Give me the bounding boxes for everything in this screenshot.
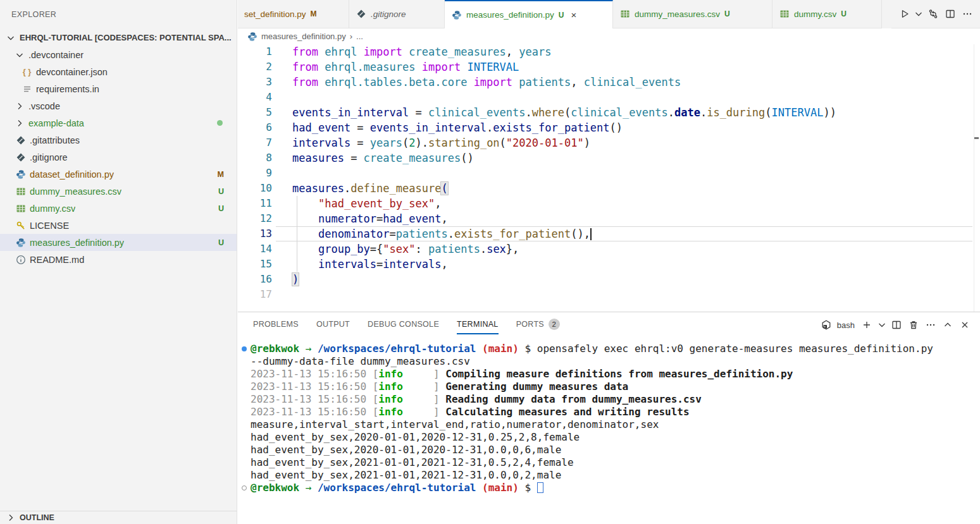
token: ,: [571, 76, 583, 88]
editor-group: set_definition.pyM.gitignoremeasures_def…: [238, 0, 980, 524]
code-line-1[interactable]: 1from ehrql import create_measures, year…: [238, 44, 980, 59]
code-line-9[interactable]: 9: [238, 166, 980, 181]
close-button[interactable]: [957, 317, 972, 332]
panel-tab-terminal[interactable]: TERMINAL: [457, 315, 499, 334]
code-line-4[interactable]: 4: [238, 90, 980, 105]
terminal-text: --dummy-data-file dummy_measures.csv: [251, 355, 470, 368]
run-button[interactable]: [896, 6, 912, 22]
code-line-7[interactable]: 7intervals = years(2).starting_on("2020-…: [238, 135, 980, 150]
scrollbar-marker: [974, 137, 979, 139]
tab-dummy-csv[interactable]: dummy.csvU: [772, 0, 882, 28]
breadcrumb[interactable]: measures_definition.py › ...: [238, 28, 980, 44]
token: had_event: [383, 212, 441, 225]
explorer-title: EXPLORER: [11, 10, 56, 19]
token: "sex": [383, 243, 415, 255]
open-changes-button[interactable]: [925, 6, 941, 22]
terminal-token: /workspaces/ehrql-tutorial: [318, 482, 476, 494]
sidebar-item-license[interactable]: LICENSE: [0, 217, 237, 234]
more-button[interactable]: [923, 317, 938, 332]
token: starting_on: [428, 137, 500, 149]
tab-set-definition-py[interactable]: set_definition.pyM: [238, 0, 349, 28]
sidebar-item-measures-definition-py[interactable]: measures_definition.pyU: [0, 234, 237, 251]
trash-button[interactable]: [906, 317, 921, 332]
terminal-cursor: [537, 482, 543, 493]
terminal-token: measure,interval_start,interval_end,rati…: [251, 418, 659, 430]
code-line-2[interactable]: 2from ehrql.measures import INTERVAL: [238, 59, 980, 75]
code-line-3[interactable]: 3from ehrql.tables.beta.core import pati…: [238, 75, 980, 90]
git-status-badge: U: [218, 204, 224, 213]
python-icon: [451, 9, 462, 20]
outline-section-header[interactable]: OUTLINE: [0, 511, 237, 524]
close-tab-icon[interactable]: ×: [571, 9, 577, 20]
chevron-down-button[interactable]: [914, 6, 924, 22]
token: [318, 46, 325, 58]
code-line-12[interactable]: 12 numerator=had_event,: [238, 211, 980, 226]
sidebar-item--vscode[interactable]: .vscode: [0, 97, 237, 114]
sidebar-item-requirements-in[interactable]: requirements.in: [0, 80, 237, 97]
sidebar-item-devcontainer-json[interactable]: { }devcontainer.json: [0, 63, 237, 80]
line-number: 14: [238, 241, 272, 257]
token: patients: [519, 76, 571, 88]
token: (: [564, 106, 571, 119]
sidebar-item-dataset-definition-py[interactable]: dataset_definition.pyM: [0, 166, 237, 183]
token: INTERVAL: [772, 106, 824, 119]
breadcrumb-file: measures_definition.py: [261, 32, 346, 41]
token: =: [409, 106, 428, 119]
code-line-6[interactable]: 6had_event = events_in_interval.exists_f…: [238, 120, 980, 135]
code-line-15[interactable]: 15 intervals=intervals,: [238, 257, 980, 272]
line-number: 3: [238, 75, 272, 90]
python-icon: [247, 31, 257, 42]
sidebar-item--devcontainer[interactable]: .devcontainer: [0, 46, 237, 63]
tab-measures-definition-py[interactable]: measures_definition.pyU×: [445, 0, 613, 28]
more-button[interactable]: [959, 6, 975, 22]
editor-scrollbar[interactable]: [974, 44, 974, 312]
bash-button[interactable]: [819, 317, 834, 332]
code-line-10[interactable]: 10measures.define_measure(: [238, 181, 980, 196]
command-decoration-circle[interactable]: [238, 482, 251, 494]
code-line-5[interactable]: 5events_in_interval = clinical_events.wh…: [238, 105, 980, 120]
plus-button[interactable]: [859, 317, 874, 332]
sidebar-item-dummy-csv[interactable]: dummy.csvU: [0, 200, 237, 217]
panel-tab-debug-console[interactable]: DEBUG CONSOLE: [368, 315, 439, 334]
code-line-13[interactable]: 13 denominator=patients.exists_for_patie…: [238, 226, 980, 241]
token: [292, 228, 318, 240]
token: intervals: [318, 258, 376, 271]
panel-tab-output[interactable]: OUTPUT: [316, 315, 350, 334]
sidebar-item-readme-md[interactable]: README.md: [0, 251, 237, 268]
panel-tab-problems[interactable]: PROBLEMS: [253, 315, 299, 334]
tab--gitignore[interactable]: .gitignore: [349, 0, 445, 28]
code-line-8[interactable]: 8measures = create_measures(): [238, 150, 980, 166]
split-panel-button[interactable]: [889, 317, 904, 332]
chevron-right-icon: [14, 118, 25, 128]
tree-root-folder[interactable]: EHRQL-TUTORIAL [CODESPACES: POTENTIAL SP…: [0, 29, 237, 46]
line-number: 16: [238, 272, 272, 287]
git-icon: [15, 152, 26, 162]
explorer-more-actions-icon[interactable]: [212, 7, 228, 23]
token: import: [422, 61, 461, 73]
breadcrumb-more[interactable]: ...: [356, 32, 363, 41]
sidebar-item--gitattributes[interactable]: .gitattributes: [0, 131, 237, 149]
code-text: "had_event_by_sex",: [292, 196, 441, 211]
token: [416, 61, 422, 73]
git-icon: [15, 135, 26, 145]
chevron-down-button[interactable]: [876, 317, 887, 332]
sidebar-item--gitignore[interactable]: .gitignore: [0, 149, 237, 166]
chevron-up-button[interactable]: [940, 317, 955, 332]
panel-tab-ports[interactable]: PORTS2: [516, 315, 560, 334]
token: [467, 76, 473, 88]
code-line-11[interactable]: 11 "had_event_by_sex",: [238, 196, 980, 211]
code-line-14[interactable]: 14 group_by={"sex": patients.sex},: [238, 241, 980, 257]
terminal-output[interactable]: @rebkwok → /workspaces/ehrql-tutorial (m…: [238, 338, 980, 524]
tab-dummy-measures-csv[interactable]: dummy_measures.csvU: [613, 0, 772, 28]
code-editor[interactable]: 1from ehrql import create_measures, year…: [238, 44, 980, 312]
sidebar-item-example-data[interactable]: example-data: [0, 114, 237, 131]
command-decoration-dot[interactable]: [238, 343, 251, 355]
code-line-17[interactable]: 17: [238, 287, 980, 302]
split-editor-button[interactable]: [942, 6, 958, 22]
sidebar-item-dummy-measures-csv[interactable]: dummy_measures.csvU: [0, 183, 237, 200]
code-text: measures = create_measures(): [292, 150, 474, 166]
token: years: [370, 137, 402, 149]
token: measures: [292, 182, 344, 195]
git-icon: [356, 9, 366, 20]
code-line-16[interactable]: 16): [238, 272, 980, 287]
